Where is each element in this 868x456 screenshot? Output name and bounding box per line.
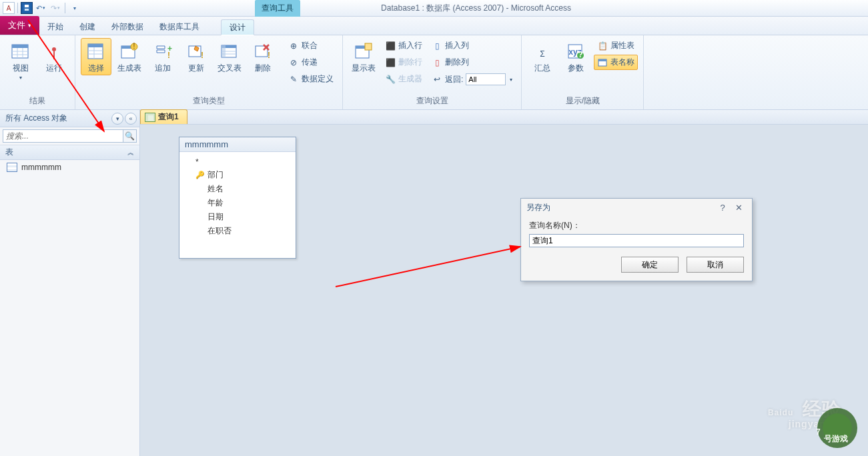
save-icon[interactable] [21,2,33,14]
collapse-icon: ︽ [127,148,134,157]
dialog-title-bar[interactable]: 另存为 ? ✕ [521,199,752,216]
svg-rect-10 [53,51,55,59]
undo-button[interactable]: ↶▾ [34,2,47,14]
query-icon [145,113,155,122]
svg-text:?: ? [578,50,583,59]
tab-design[interactable]: 设计 [221,19,254,35]
group-show-hide: Σ 汇总 xyz? 参数 📋属性表 表名称 显示/隐藏 [522,35,644,109]
select-query-button[interactable]: 选择 [81,38,111,75]
tab-create[interactable]: 创建 [71,19,103,35]
close-icon[interactable]: ✕ [731,203,747,213]
return-row: ↩返回:▾ [428,71,516,87]
svg-text:Σ: Σ [540,49,545,59]
return-icon: ↩ [432,74,442,85]
group-results: 视图 ▾ 运行 结果 [0,35,75,109]
redo-button[interactable]: ↷▾ [49,2,62,14]
field-item[interactable]: 在职否 [186,224,293,238]
delete-rows-button[interactable]: ⬛删除行 [382,55,426,70]
field-star[interactable]: * [186,156,293,168]
search-icon[interactable]: 🔍 [123,129,137,143]
make-table-icon: ! [119,41,140,62]
window-title: Database1 : 数据库 (Access 2007) - Microsof… [84,3,868,14]
insert-col-icon: ▯ [432,41,442,51]
nav-filter-button[interactable]: ▾ [111,113,123,125]
tab-home[interactable]: 开始 [39,19,71,35]
table-field-list[interactable]: mmmmmm * 🔑部门 姓名 年龄 日期 在职否 [179,137,296,259]
params-icon: xyz? [565,41,586,62]
document-area: 查询1 mmmmmm * 🔑部门 姓名 年龄 日期 在职否 [140,110,868,456]
svg-rect-40 [598,59,606,61]
property-sheet-button[interactable]: 📋属性表 [594,38,638,53]
search-input[interactable] [3,129,123,143]
quick-access-toolbar: A ↶▾ ↷▾ ▾ [0,2,84,14]
field-item[interactable]: 🔑部门 [186,168,293,182]
crosstab-button[interactable]: 交叉表 [214,38,245,75]
union-button[interactable]: ⊕联合 [285,38,337,53]
parameters-button[interactable]: xyz? 参数 [560,38,591,75]
tab-external-data[interactable]: 外部数据 [103,19,151,35]
view-button[interactable]: 视图 ▾ [5,38,36,83]
ok-button[interactable]: 确定 [621,257,679,273]
property-icon: 📋 [597,41,608,51]
key-icon: 🔑 [195,171,203,179]
document-tab[interactable]: 查询1 [140,109,187,124]
passthrough-button[interactable]: ⊘传递 [285,55,337,70]
nav-item-table[interactable]: mmmmmm [0,160,139,175]
make-table-button[interactable]: ! 生成表 [114,38,145,75]
delete-row-icon: ⬛ [385,57,396,68]
field-item[interactable]: 姓名 [186,182,293,196]
query-design-surface[interactable]: mmmmmm * 🔑部门 姓名 年龄 日期 在职否 [140,125,868,456]
datadef-icon: ✎ [288,74,299,85]
field-item[interactable]: 年龄 [186,196,293,210]
save-as-dialog: 另存为 ? ✕ 查询名称(N)： 确定 取消 [520,198,753,281]
document-tab-bar: 查询1 [140,110,868,125]
builder-icon: 🔧 [385,74,396,85]
append-icon: +! [152,41,173,62]
file-tab[interactable]: 文件 [0,16,39,35]
main-area: 所有 Access 对象 ▾ « 🔍 表 ︽ mmmmmm 查询1 mm [0,110,868,456]
delete-cols-button[interactable]: ▯删除列 [428,55,516,70]
query-name-label: 查询名称(N)： [529,220,744,231]
query-name-input[interactable] [529,234,744,247]
nav-category-tables[interactable]: 表 ︽ [0,145,139,160]
svg-text:!: ! [268,51,270,60]
svg-rect-12 [88,44,103,47]
update-icon: ! [185,41,207,62]
passthrough-icon: ⊘ [288,57,299,68]
help-button[interactable]: ? [715,203,731,213]
field-item[interactable]: 日期 [186,210,293,224]
svg-rect-33 [365,43,372,50]
navigation-pane: 所有 Access 对象 ▾ « 🔍 表 ︽ mmmmmm [0,110,140,456]
append-button[interactable]: +! 追加 [147,38,178,75]
svg-text:!: ! [167,51,170,60]
contextual-tab-label: 查询工具 [255,0,300,17]
table-names-button[interactable]: 表名称 [594,55,638,70]
tab-database-tools[interactable]: 数据库工具 [151,19,207,35]
show-table-button[interactable]: 显示表 [348,38,379,75]
show-table-icon [353,41,374,62]
data-definition-button[interactable]: ✎数据定义 [285,71,337,87]
insert-cols-button[interactable]: ▯插入列 [428,38,516,53]
nav-collapse-button[interactable]: « [125,113,137,125]
nav-header[interactable]: 所有 Access 对象 ▾ « [0,110,139,127]
dropdown-icon: ▾ [19,75,22,81]
select-icon [85,41,107,62]
run-button[interactable]: 运行 [39,38,69,75]
union-icon: ⊕ [288,41,299,51]
crosstab-icon [219,41,240,62]
run-icon [43,41,65,62]
qat-customize-button[interactable]: ▾ [68,2,81,14]
ribbon-tabs: 文件 开始 创建 外部数据 数据库工具 设计 [0,17,868,35]
insert-rows-button[interactable]: ⬛插入行 [382,38,426,53]
delete-query-button[interactable]: ! 删除 [248,38,278,75]
builder-button[interactable]: 🔧生成器 [382,71,426,87]
delete-col-icon: ▯ [432,57,442,68]
return-input[interactable] [466,73,506,85]
table-icon [7,163,17,172]
update-button[interactable]: ! 更新 [181,38,211,75]
group-query-setup: 显示表 ⬛插入行 ⬛删除行 🔧生成器 ▯插入列 ▯删除列 ↩返回:▾ 查询设置 [343,35,522,109]
app-icon[interactable]: A [3,2,15,14]
cancel-button[interactable]: 取消 [687,257,744,273]
svg-rect-4 [12,45,28,48]
totals-button[interactable]: Σ 汇总 [527,38,558,75]
